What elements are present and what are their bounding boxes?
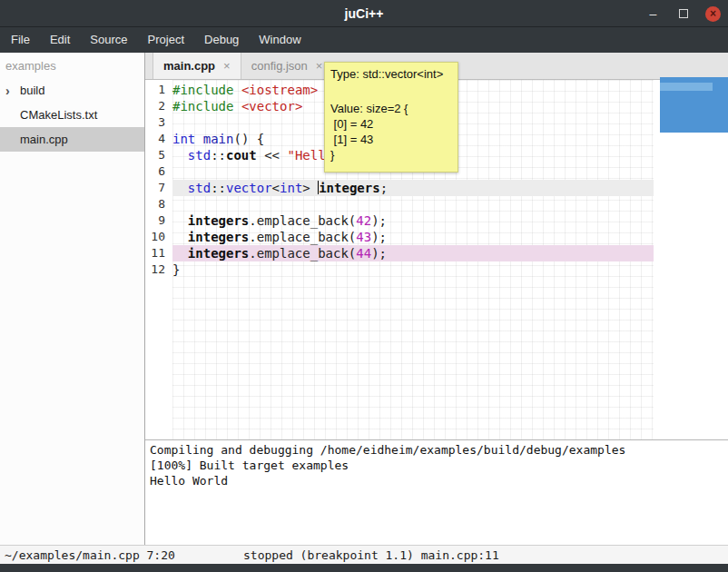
debug-tooltip: Type: std::vector<int> Value: size=2 { [… [324,62,458,173]
close-button[interactable]: × [705,6,721,22]
line-number[interactable]: 9 [145,212,172,229]
code-token [172,230,188,244]
code-token: std [188,181,211,195]
menu-item-edit[interactable]: Edit [40,27,80,53]
menu-item-debug[interactable]: Debug [194,27,249,53]
terminal-output[interactable]: Compiling and debugging /home/eidheim/ex… [145,440,728,545]
code-token [172,181,188,195]
code-token: integers [319,181,379,195]
bottom-strip [0,564,728,572]
tab-label: main.cpp [163,59,215,73]
code-token: #include [172,99,233,113]
code-token: integers [188,246,249,261]
code-text: integers.emplace_back(43); [172,229,654,245]
line-number[interactable]: 10 [145,229,172,245]
code-token: std [188,148,211,163]
line-number[interactable]: 7 [145,180,172,196]
minimap[interactable] [660,77,728,133]
terminal-line: [100%] Built target examples [150,458,723,473]
code-line-9[interactable]: 9 integers.emplace_back(42); [145,212,728,229]
menu-item-source[interactable]: Source [80,27,137,53]
code-line-7[interactable]: 7 std::vector<int> integers; [145,180,728,196]
code-token: :: [211,148,226,163]
code-token [172,213,188,228]
line-number[interactable]: 11 [145,245,172,261]
sidebar-item-label: main.cpp [20,133,68,146]
line-number[interactable]: 12 [145,261,172,278]
code-token [195,132,202,146]
code-token: int [172,132,195,146]
code-token: integers [188,213,249,228]
titlebar: juCi++ –× [0,0,728,27]
tooltip-value: Value: size=2 { [0] = 42 [1] = 43} [330,101,452,163]
code-token: cout [226,148,257,163]
tooltip-value-line: [0] = 42 [330,116,452,132]
code-token [172,246,188,261]
code-token: () { [233,132,264,146]
code-token: 44 [356,246,371,261]
code-token: <iostream> [241,83,318,97]
sidebar-item-label: CMakeLists.txt [20,108,97,122]
close-icon[interactable]: × [223,59,231,73]
tab-main-cpp[interactable]: main.cpp× [152,53,241,79]
code-token [172,148,188,163]
code-token: ); [371,230,387,244]
code-token: #include [172,83,233,97]
line-number[interactable]: 6 [145,163,172,180]
code-line-12[interactable]: 12} [145,261,728,278]
chevron-right-icon[interactable]: › [5,84,20,98]
code-token: ; [380,181,388,195]
code-text [172,196,654,212]
code-token: .emplace_back( [249,230,356,244]
code-token [233,83,241,97]
line-number[interactable]: 3 [145,114,172,131]
code-line-10[interactable]: 10 integers.emplace_back(43); [145,229,728,245]
sidebar: examples ›buildCMakeLists.txtmain.cpp [0,53,145,545]
app-window: juCi++ –× FileEditSourceProjectDebugWind… [0,0,728,572]
line-number[interactable]: 8 [145,196,172,212]
code-token: ); [371,213,387,228]
code-token: } [172,262,180,277]
tooltip-value-line: } [330,147,452,163]
terminal-line: Hello World [150,473,723,488]
terminal-line: Compiling and debugging /home/eidheim/ex… [150,442,723,458]
sidebar-item-label: build [20,84,44,97]
menu-item-window[interactable]: Window [249,27,310,53]
code-text: integers.emplace_back(42); [172,212,654,229]
line-number[interactable]: 5 [145,147,172,163]
tab-label: config.json [251,59,308,73]
line-number[interactable]: 2 [145,98,172,114]
status-file-position: ~/examples/main.cpp 7:20 [0,548,243,562]
line-number[interactable]: 1 [145,82,172,98]
statusbar: ~/examples/main.cpp 7:20 stopped (breakp… [0,545,728,564]
line-number[interactable]: 4 [145,131,172,147]
sidebar-item-build[interactable]: ›build [0,78,144,103]
code-token: .emplace_back( [249,246,356,261]
code-token: :: [211,181,226,195]
code-token: << [257,148,288,163]
tooltip-value-line: [1] = 43 [330,132,452,147]
file-tree: ›buildCMakeLists.txtmain.cpp [0,78,144,152]
sidebar-header: examples [0,53,144,78]
code-line-8[interactable]: 8 [145,196,728,212]
minimize-button[interactable]: – [645,6,661,22]
code-text: } [172,261,654,278]
sidebar-item-main-cpp[interactable]: main.cpp [0,127,144,152]
tab-config-json[interactable]: config.json× [241,53,333,79]
code-text: integers.emplace_back(44); [172,245,654,261]
close-icon[interactable]: × [316,59,323,73]
menu-item-project[interactable]: Project [138,27,194,53]
window-title: juCi++ [345,6,384,21]
menu-item-file[interactable]: File [1,27,40,53]
code-token: int [280,181,302,195]
code-token: .emplace_back( [249,213,356,228]
code-token: 42 [356,213,371,228]
maximize-button[interactable] [675,6,691,22]
code-token: 43 [356,230,371,244]
code-token: > [302,181,318,195]
code-token: integers [188,230,249,244]
code-line-11[interactable]: 11 integers.emplace_back(44); [145,245,728,261]
code-token: main [203,132,234,146]
menubar: FileEditSourceProjectDebugWindow [0,27,728,53]
sidebar-item-cmakelists-txt[interactable]: CMakeLists.txt [0,103,144,127]
